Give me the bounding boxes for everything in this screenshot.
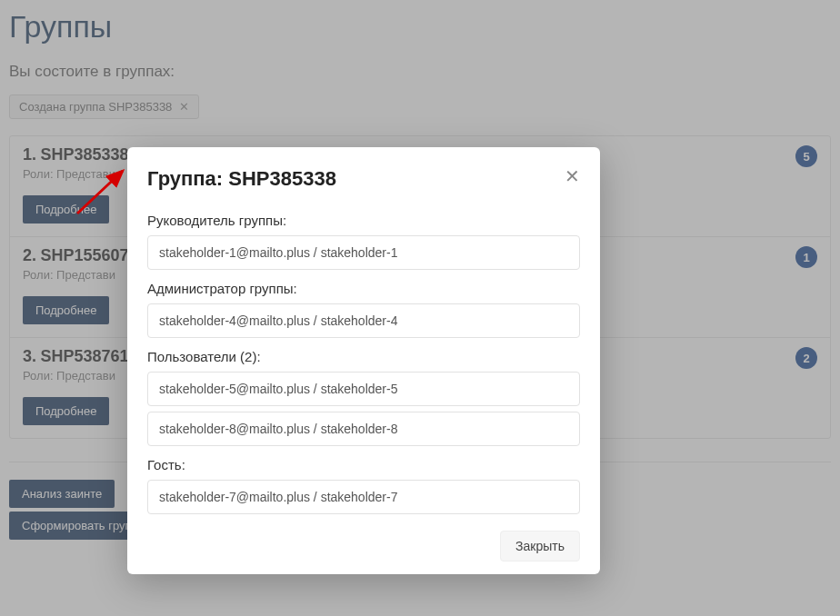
- user-value: stakeholder-5@mailto.plus / stakeholder-…: [147, 372, 580, 406]
- modal-title: Группа: SHP385338: [147, 167, 336, 191]
- close-button[interactable]: Закрыть: [500, 531, 580, 561]
- user-value: stakeholder-8@mailto.plus / stakeholder-…: [147, 412, 580, 446]
- admin-label: Администратор группы:: [147, 281, 580, 296]
- leader-value: stakeholder-1@mailto.plus / stakeholder-…: [147, 235, 580, 270]
- admin-value: stakeholder-4@mailto.plus / stakeholder-…: [147, 303, 580, 338]
- guest-label: Гость:: [147, 457, 580, 472]
- guest-value: stakeholder-7@mailto.plus / stakeholder-…: [147, 480, 580, 514]
- leader-label: Руководитель группы:: [147, 213, 580, 228]
- group-modal: Группа: SHP385338 ✕ Руководитель группы:…: [127, 147, 600, 574]
- users-label: Пользователи (2):: [147, 349, 580, 364]
- close-icon[interactable]: ✕: [565, 167, 580, 185]
